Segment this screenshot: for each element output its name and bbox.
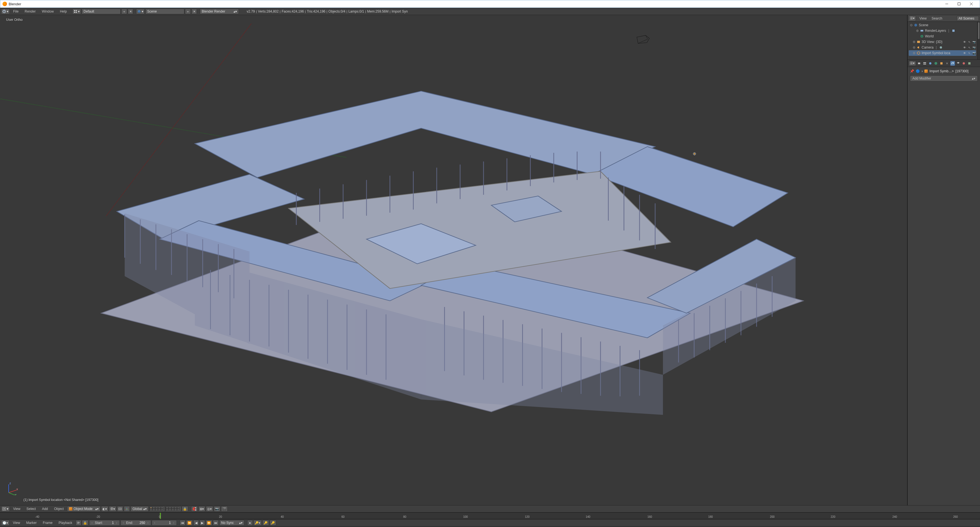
- tab-material-icon[interactable]: [961, 61, 966, 66]
- scene-add-button[interactable]: ＋: [185, 9, 191, 14]
- opengl-render-image-icon[interactable]: 📷: [214, 506, 220, 512]
- view3d-menu-object[interactable]: Object: [51, 506, 67, 512]
- tab-renderlayers-icon[interactable]: [922, 61, 927, 66]
- view3d-menu-add[interactable]: Add: [39, 506, 51, 512]
- tab-data-icon[interactable]: [956, 61, 961, 66]
- render-icon[interactable]: 📷: [972, 46, 976, 49]
- render-engine-dropdown[interactable]: Blender Render▴▾: [200, 9, 239, 14]
- svg-text:y: y: [15, 493, 16, 495]
- auto-keyframe-icon[interactable]: ●: [247, 520, 253, 525]
- pivot-dropdown-icon[interactable]: ⦿▾: [109, 506, 116, 512]
- outliner-scrollbar[interactable]: [977, 22, 980, 59]
- shading-dropdown-icon[interactable]: ◐▾: [101, 506, 108, 512]
- view3d-menu-view[interactable]: View: [10, 506, 23, 512]
- tab-scene-icon[interactable]: [928, 61, 933, 66]
- menu-file[interactable]: File: [10, 8, 21, 14]
- current-frame-field[interactable]: ‹1›: [152, 520, 177, 525]
- timeline-ruler[interactable]: -40 -20 0 20 40 60 80 100 120 140 160 18…: [0, 513, 980, 519]
- tree-row-3dview[interactable]: ⊕ 3D View: {3D} 👁↖📷: [909, 39, 976, 44]
- keying-set-icon[interactable]: 🔑▾: [253, 520, 262, 525]
- timeline-menu-frame[interactable]: Frame: [40, 520, 55, 526]
- 3d-viewport[interactable]: User Ortho: [0, 15, 907, 505]
- timeline-editor-type-icon[interactable]: 🕒▾: [1, 520, 10, 525]
- play-reverse-icon[interactable]: ◀: [193, 520, 199, 525]
- jump-start-icon[interactable]: ⏮: [180, 520, 186, 525]
- menu-help[interactable]: Help: [57, 8, 70, 14]
- pin-icon[interactable]: 📌: [910, 69, 914, 73]
- layer-buttons-b[interactable]: [165, 506, 181, 512]
- tab-object-icon[interactable]: [939, 61, 944, 66]
- tree-row-scene[interactable]: ⊖ Scene: [909, 22, 976, 28]
- range-icon[interactable]: ⟳: [76, 520, 81, 525]
- eye-icon[interactable]: 👁: [963, 51, 967, 55]
- scene-remove-button[interactable]: ✕: [191, 9, 197, 14]
- render-icon[interactable]: 📷: [972, 40, 976, 44]
- tree-row-renderlayers[interactable]: ⊕ RenderLayers |: [909, 28, 976, 33]
- snap-icon[interactable]: 🧲: [191, 506, 198, 512]
- insert-keyframe-icon[interactable]: 🔑: [262, 520, 269, 525]
- keyframe-prev-icon[interactable]: ⏪: [186, 520, 193, 525]
- stats-tris: Tris:424,196: [307, 10, 325, 13]
- view3d-editor-type-icon[interactable]: ▾: [1, 506, 10, 512]
- mode-label: Object Mode: [73, 507, 92, 511]
- outliner-editor-type-icon[interactable]: ☰▾: [909, 16, 916, 21]
- layout-add-button[interactable]: ＋: [121, 9, 127, 14]
- outliner-menu-view[interactable]: View: [918, 15, 928, 22]
- start-frame-field[interactable]: ‹Start:1›: [89, 520, 120, 525]
- lock-layers-icon[interactable]: 🔒: [181, 506, 188, 512]
- keyframe-next-icon[interactable]: ⏩: [205, 520, 212, 525]
- manipulator-icon[interactable]: [124, 506, 130, 512]
- tree-row-import-symbol[interactable]: ⊕ Import Symbol loca 👁↖📷: [909, 50, 976, 56]
- eye-icon[interactable]: 👁: [963, 46, 967, 49]
- tab-modifiers-icon[interactable]: [950, 61, 955, 66]
- cursor-icon[interactable]: ↖: [967, 51, 971, 55]
- add-modifier-dropdown[interactable]: Add Modifier ▴▾: [910, 75, 978, 81]
- outliner-filter-dropdown[interactable]: All Scenes: [956, 16, 979, 21]
- scene-browse-icon[interactable]: ▾: [136, 9, 145, 14]
- cursor-icon[interactable]: ↖: [967, 46, 971, 49]
- tree-row-camera[interactable]: ⊕ Camera | 👁↖📷: [909, 44, 976, 50]
- window-minimize-button[interactable]: [940, 0, 953, 8]
- orientation-dropdown[interactable]: Global▴▾: [130, 506, 149, 512]
- proportional-icon[interactable]: ◎▾: [206, 506, 213, 512]
- info-editor-type-icon[interactable]: i▾: [1, 9, 10, 14]
- tab-texture-icon[interactable]: [967, 61, 972, 66]
- tab-constraints-icon[interactable]: [945, 61, 950, 66]
- render-icon[interactable]: 📷: [972, 51, 976, 55]
- mesh-icon: [916, 51, 921, 55]
- tree-row-world[interactable]: World: [909, 33, 976, 39]
- layout-remove-button[interactable]: ✕: [128, 9, 133, 14]
- snap-type-icon[interactable]: ⊞▾: [198, 506, 205, 512]
- jump-end-icon[interactable]: ⏭: [213, 520, 219, 525]
- layer-buttons-a[interactable]: [149, 506, 165, 512]
- view3d-menu-select[interactable]: Select: [24, 506, 38, 512]
- tab-render-icon[interactable]: [916, 61, 922, 66]
- properties-editor-type-icon[interactable]: ☰▾: [909, 61, 916, 66]
- tab-world-icon[interactable]: [933, 61, 939, 66]
- outliner-tree[interactable]: ⊖ Scene ⊕ RenderLayers | World: [908, 22, 977, 59]
- delete-keyframe-icon[interactable]: 🔑: [270, 520, 276, 525]
- mode-dropdown[interactable]: Object Mode▴▾: [67, 506, 100, 512]
- sync-dropdown[interactable]: No Sync▴▾: [219, 520, 245, 525]
- end-frame-field[interactable]: ‹End:250›: [120, 520, 151, 525]
- timeline-menu-playback[interactable]: Playback: [56, 520, 75, 526]
- lock-range-icon[interactable]: 🔓: [82, 520, 89, 525]
- scene-dropdown[interactable]: Scene: [145, 9, 185, 14]
- screen-browse-icon[interactable]: ▾: [72, 9, 81, 14]
- timeline-tick: 80: [403, 515, 406, 518]
- timeline-menu-marker[interactable]: Marker: [24, 520, 40, 526]
- play-icon[interactable]: ▶: [199, 520, 205, 525]
- cursor-icon[interactable]: ↖: [967, 40, 971, 44]
- opengl-render-anim-icon[interactable]: 🎬: [221, 506, 228, 512]
- eye-icon[interactable]: 👁: [963, 40, 967, 44]
- outliner-menu-search[interactable]: Search: [930, 15, 944, 22]
- menu-window[interactable]: Window: [39, 8, 57, 14]
- outliner: ☰▾ View Search All Scenes ⊖ Scene ⊕ Rend…: [908, 15, 980, 60]
- menu-render[interactable]: Render: [22, 8, 38, 14]
- world-icon: [920, 34, 924, 38]
- window-maximize-button[interactable]: [953, 0, 965, 8]
- timeline-menu-view[interactable]: View: [10, 520, 23, 526]
- layers-icon[interactable]: [117, 506, 123, 512]
- window-close-button[interactable]: [965, 0, 977, 8]
- layout-dropdown[interactable]: Default: [81, 9, 121, 14]
